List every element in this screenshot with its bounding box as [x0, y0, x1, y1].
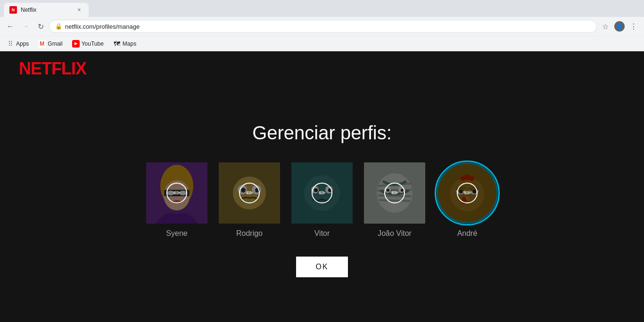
- netflix-logo: NETFLIX: [19, 59, 625, 79]
- back-button[interactable]: ←: [4, 20, 17, 33]
- netflix-content: Gerenciar perfis:: [146, 86, 498, 322]
- bookmark-maps[interactable]: 🗺 Maps: [110, 39, 139, 48]
- tab-title: Netflix: [21, 7, 74, 13]
- profile-avatar-wrapper-rodrigo: ✏: [219, 162, 280, 224]
- andre-name: André: [457, 229, 478, 238]
- ok-button[interactable]: OK: [296, 257, 347, 277]
- bookmark-apps-label: Apps: [16, 40, 29, 47]
- profile-item-rodrigo[interactable]: ✏ Rodrigo: [219, 162, 280, 238]
- menu-button[interactable]: ⋮: [627, 20, 640, 33]
- tab-favicon: N: [9, 6, 17, 14]
- youtube-icon: ▶: [72, 40, 80, 48]
- toolbar-right: ☆ 👤 ⋮: [599, 20, 640, 33]
- andre-edit-icon: ✏: [457, 183, 478, 203]
- profile-avatar-wrapper-vitor: ✏: [291, 162, 353, 224]
- vitor-name: Vitor: [314, 229, 330, 238]
- joao-name: João Vitor: [378, 229, 412, 238]
- joao-edit-icon: ✏: [384, 183, 405, 203]
- profile-item-joao-vitor[interactable]: ✏ João Vitor: [364, 162, 425, 238]
- forward-button[interactable]: →: [19, 20, 32, 33]
- netflix-page: NETFLIX Gerenciar perfis:: [0, 51, 644, 322]
- netflix-header: NETFLIX: [0, 51, 644, 86]
- vitor-edit-icon: ✏: [312, 183, 332, 203]
- profile-avatar-wrapper-syene: ✏: [146, 162, 207, 224]
- syene-avatar-overlay: ✏: [146, 162, 207, 224]
- bookmark-apps[interactable]: ⠿ Apps: [4, 39, 32, 48]
- vitor-avatar-overlay: ✏: [291, 162, 353, 224]
- syene-name: Syene: [166, 229, 187, 238]
- rodrigo-edit-icon: ✏: [239, 183, 260, 203]
- bookmark-gmail[interactable]: M Gmail: [35, 39, 65, 48]
- syene-edit-icon: ✏: [166, 183, 187, 203]
- maps-icon: 🗺: [113, 40, 121, 48]
- bookmark-maps-label: Maps: [123, 40, 136, 47]
- lock-icon: 🔒: [55, 23, 62, 30]
- url-text: netflix.com/profiles/manage: [65, 23, 591, 30]
- tab-close-button[interactable]: ×: [75, 6, 83, 14]
- apps-icon: ⠿: [7, 40, 14, 48]
- address-bar[interactable]: 🔒 netflix.com/profiles/manage: [49, 20, 597, 33]
- profile-avatar-wrapper-joao: ✏: [364, 162, 425, 224]
- bookmark-youtube[interactable]: ▶ YouTube: [69, 39, 107, 48]
- joao-avatar-overlay: ✏: [364, 162, 425, 224]
- gmail-icon: M: [38, 40, 46, 48]
- browser-toolbar: ← → ↻ 🔒 netflix.com/profiles/manage ☆ 👤 …: [0, 17, 644, 36]
- bookmark-star-button[interactable]: ☆: [599, 20, 612, 33]
- profile-item-vitor[interactable]: ✏ Vitor: [291, 162, 353, 238]
- bookmark-gmail-label: Gmail: [48, 40, 62, 47]
- bookmark-youtube-label: YouTube: [82, 40, 104, 47]
- browser-tabs: N Netflix ×: [0, 0, 644, 17]
- page-title: Gerenciar perfis:: [252, 122, 392, 144]
- rodrigo-avatar-overlay: ✏: [219, 162, 280, 224]
- profile-item-andre[interactable]: ✏ André: [437, 162, 498, 238]
- profile-item-syene[interactable]: ✏ Syene: [146, 162, 207, 238]
- reload-button[interactable]: ↻: [34, 20, 47, 33]
- browser-bookmarks-bar: ⠿ Apps M Gmail ▶ YouTube 🗺 Maps: [0, 36, 644, 51]
- profile-button[interactable]: 👤: [613, 20, 626, 33]
- browser-chrome: N Netflix × ← → ↻ 🔒 netflix.com/profiles…: [0, 0, 644, 51]
- browser-tab-netflix[interactable]: N Netflix ×: [4, 3, 89, 17]
- rodrigo-name: Rodrigo: [236, 229, 263, 238]
- andre-avatar-overlay: ✏: [437, 162, 498, 224]
- profile-avatar-wrapper-andre: ✏: [437, 162, 498, 224]
- profiles-grid: ✏ Syene: [146, 162, 498, 238]
